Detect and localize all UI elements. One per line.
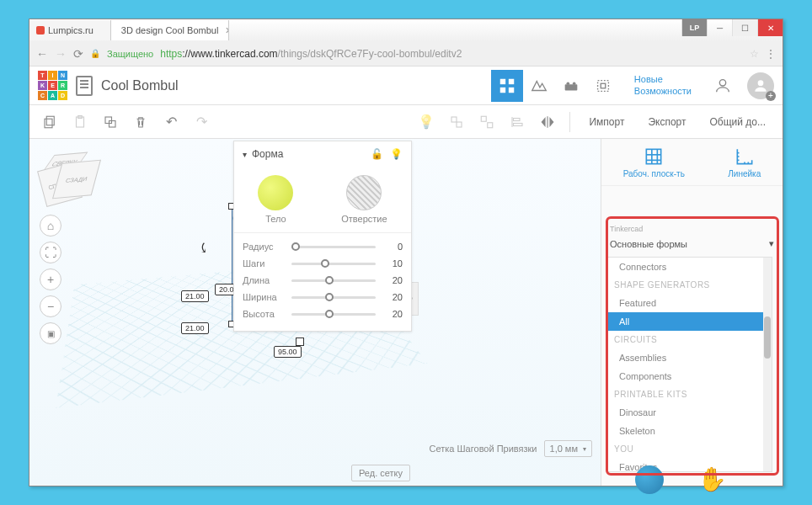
chevron-down-icon[interactable]: ▾ xyxy=(243,150,247,159)
prop-slider[interactable] xyxy=(291,313,376,316)
add-user-button[interactable] xyxy=(707,70,739,102)
titlebar: Lumpics.ru 3D design Cool Bombul× LP ─ ☐… xyxy=(29,19,783,41)
paste-button[interactable] xyxy=(68,110,92,134)
shapes-panel: Рабоч. плоск-ть Линейка Tinkercad Основн… xyxy=(601,139,783,486)
svg-rect-3 xyxy=(509,87,514,92)
svg-point-9 xyxy=(719,79,725,85)
import-button[interactable]: Импорт xyxy=(580,116,633,128)
back-button[interactable]: ← xyxy=(36,47,48,61)
svg-rect-12 xyxy=(45,119,52,128)
svg-rect-15 xyxy=(105,117,112,124)
solid-swatch[interactable]: Тело xyxy=(258,175,293,224)
prop-slider[interactable] xyxy=(291,296,376,299)
align-button[interactable] xyxy=(505,110,529,134)
prop-row: Высота20 xyxy=(243,306,403,322)
prop-row: Ширина20 xyxy=(243,289,403,306)
prop-label: Длина xyxy=(243,275,285,285)
svg-rect-17 xyxy=(451,117,457,122)
export-button[interactable]: Экспорт xyxy=(639,116,694,128)
snap-dropdown[interactable]: 1,0 мм▾ xyxy=(544,440,592,457)
svg-rect-20 xyxy=(488,122,493,127)
mirror-button[interactable] xyxy=(536,110,559,134)
view-cube[interactable]: СВЕРХУ СПРАВА СЗАДИ xyxy=(36,154,87,205)
snap-label: Сетка Шаговой Привязки xyxy=(430,444,537,454)
canvas-footer: Ред. сетку xyxy=(29,460,419,486)
ext-button[interactable]: LP xyxy=(681,19,707,36)
edit-grid-button[interactable]: Ред. сетку xyxy=(351,465,410,481)
shape-properties-panel: ▾ Форма 🔓💡 Тело Отверстие Радиус0Шаги10Д… xyxy=(233,141,412,332)
bulb-icon[interactable]: 💡 xyxy=(390,148,403,160)
tinkercad-logo[interactable]: TIN KER CAD xyxy=(38,71,67,100)
zoom-in-button[interactable]: + xyxy=(40,268,61,290)
fit-view-button[interactable]: ⛶ xyxy=(40,242,61,263)
prop-slider[interactable] xyxy=(291,263,376,265)
home-view-button[interactable]: ⌂ xyxy=(40,215,61,237)
zoom-out-button[interactable]: − xyxy=(40,295,61,317)
ruler-tool[interactable]: Линейка xyxy=(728,146,761,178)
panel-title: Форма xyxy=(252,148,283,160)
prop-value[interactable]: 20 xyxy=(382,292,403,302)
svg-rect-23 xyxy=(514,123,523,125)
minimize-button[interactable]: ─ xyxy=(707,19,732,36)
reload-button[interactable]: ⟳ xyxy=(73,47,83,61)
prop-label: Радиус xyxy=(243,242,285,252)
redo-button[interactable]: ↷ xyxy=(190,110,213,134)
new-features-link[interactable]: НовыеВозможности xyxy=(628,74,698,96)
toolbar: ↶ ↷ 💡 Импорт Экспорт Общий до... xyxy=(29,105,783,139)
svg-rect-2 xyxy=(500,87,505,92)
prop-value[interactable]: 20 xyxy=(382,309,403,319)
prop-value[interactable]: 20 xyxy=(382,275,403,285)
share-button[interactable]: Общий до... xyxy=(702,116,775,128)
prop-value[interactable]: 0 xyxy=(382,242,403,252)
browser-menu-icon[interactable]: ⋮ xyxy=(766,48,776,60)
prop-slider[interactable] xyxy=(291,279,376,282)
tab-tinkercad[interactable]: 3D design Cool Bombul× xyxy=(111,20,229,40)
browser-window: Lumpics.ru 3D design Cool Bombul× LP ─ ☐… xyxy=(29,19,783,486)
tab-lumpics[interactable]: Lumpics.ru xyxy=(29,20,111,40)
window-close-button[interactable]: ✕ xyxy=(757,19,783,36)
svg-rect-0 xyxy=(500,78,505,83)
maximize-button[interactable]: ☐ xyxy=(732,19,757,36)
prop-row: Длина20 xyxy=(243,272,403,289)
svg-rect-24 xyxy=(647,149,661,163)
dim-len[interactable]: 95.00 xyxy=(274,346,302,358)
prop-slider[interactable] xyxy=(291,246,376,248)
duplicate-button[interactable] xyxy=(99,110,122,134)
url-field[interactable]: https://www.tinkercad.com/things/dskQfRC… xyxy=(160,48,743,60)
svg-rect-8 xyxy=(601,83,606,88)
blocks-button[interactable] xyxy=(523,70,555,102)
svg-rect-4 xyxy=(564,84,577,90)
dim-w3[interactable]: 21.00 xyxy=(181,322,209,334)
svg-rect-7 xyxy=(597,80,608,91)
ortho-button[interactable]: ▣ xyxy=(40,322,61,344)
document-icon[interactable] xyxy=(76,76,93,96)
dim-w1[interactable]: 21.00 xyxy=(181,290,209,302)
svg-rect-16 xyxy=(110,120,116,127)
bulb-button[interactable]: 💡 xyxy=(414,110,438,134)
lock-icon[interactable]: 🔓 xyxy=(371,148,383,160)
forward-button[interactable]: → xyxy=(55,47,67,61)
svg-rect-1 xyxy=(509,78,514,83)
svg-rect-22 xyxy=(514,118,521,120)
code-button[interactable] xyxy=(587,70,619,102)
delete-button[interactable] xyxy=(129,110,152,134)
project-name[interactable]: Cool Bombul xyxy=(101,78,179,93)
bookmark-icon[interactable]: ☆ xyxy=(750,48,759,60)
ungroup-button[interactable] xyxy=(475,110,499,134)
highlight-annotation xyxy=(606,216,779,476)
rotate-arrow-icon[interactable]: ⤹ xyxy=(198,240,209,256)
copy-button[interactable] xyxy=(38,110,61,134)
svg-rect-11 xyxy=(46,116,54,125)
group-button[interactable] xyxy=(445,110,468,134)
address-bar: ← → ⟳ 🔒 Защищено https://www.tinkercad.c… xyxy=(29,41,783,66)
avatar[interactable] xyxy=(747,72,774,99)
hole-swatch[interactable]: Отверстие xyxy=(341,175,387,224)
undo-button[interactable]: ↶ xyxy=(159,110,183,134)
grid-view-button[interactable] xyxy=(491,70,523,102)
prop-value[interactable]: 10 xyxy=(382,258,403,268)
close-icon[interactable]: × xyxy=(225,24,228,37)
canvas-3d[interactable]: 81.00 0.00 21.00 20.00 21.00 95.00 ⤻ ⤹ ⤸… xyxy=(29,139,601,486)
bricks-button[interactable] xyxy=(555,70,587,102)
workplane-tool[interactable]: Рабоч. плоск-ть xyxy=(623,146,685,178)
lock-icon: 🔒 xyxy=(90,49,100,58)
